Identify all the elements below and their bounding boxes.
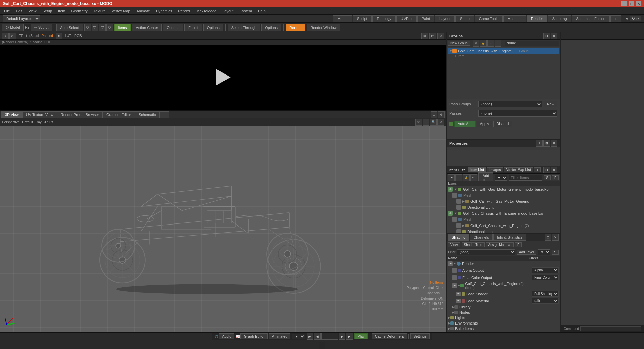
- falloff-btn[interactable]: Falloff: [184, 24, 202, 31]
- vp-tab-gradient[interactable]: Gradient Editor: [103, 111, 135, 118]
- item-tag-icon[interactable]: 🏷: [470, 174, 477, 181]
- item-row-mesh2[interactable]: Mesh: [451, 216, 560, 222]
- filter-s-btn[interactable]: S: [544, 175, 551, 180]
- vis-icon[interactable]: [456, 199, 461, 204]
- action-center-btn[interactable]: Action Center: [132, 24, 162, 31]
- shader-tree-btn[interactable]: Shader Tree: [462, 242, 485, 247]
- menu-dynamics[interactable]: Dynamics: [153, 8, 175, 14]
- menu-geometry[interactable]: Geometry: [69, 8, 90, 14]
- shader-vis[interactable]: 👁: [452, 283, 457, 288]
- command-input[interactable]: [580, 326, 641, 331]
- tab-paint[interactable]: Paint: [417, 15, 434, 22]
- groups-expand-icon[interactable]: ⊡: [543, 33, 550, 39]
- options2-btn[interactable]: Options: [203, 24, 223, 31]
- shader-row-lights[interactable]: ▶ Lights: [447, 315, 560, 320]
- alpha-dropdown[interactable]: Alpha: [532, 267, 559, 273]
- menu-edit[interactable]: Edit: [13, 8, 25, 14]
- vis-icon[interactable]: [456, 205, 461, 210]
- vis-icon[interactable]: [452, 193, 457, 198]
- menu-item[interactable]: Item: [55, 8, 68, 14]
- vp-tab-schematic[interactable]: Schematic: [135, 111, 159, 118]
- menu-view[interactable]: View: [26, 8, 39, 14]
- shader-vis[interactable]: [452, 268, 457, 273]
- groups-vis-icon[interactable]: 👁: [473, 40, 479, 47]
- add-item-dropdown[interactable]: ▼: [495, 175, 507, 181]
- tab-layout[interactable]: Layout: [435, 15, 455, 22]
- apply-btn[interactable]: Apply: [477, 121, 492, 127]
- s-btn[interactable]: S: [552, 250, 559, 255]
- vp-rotate-icon[interactable]: ⟳: [415, 119, 422, 126]
- groups-delete-icon[interactable]: ✕: [487, 40, 494, 47]
- graph-editor-btn[interactable]: Graph Editor: [240, 333, 267, 339]
- maximize-button[interactable]: □: [629, 1, 634, 6]
- vp-tab-uv[interactable]: UV Texture View: [22, 111, 57, 118]
- menu-animate[interactable]: Animate: [134, 8, 153, 14]
- minimize-button[interactable]: ─: [621, 1, 627, 6]
- prev-frame-btn[interactable]: ◀: [314, 333, 321, 340]
- menu-help[interactable]: Help: [255, 8, 268, 14]
- item-list-close-icon[interactable]: ✕: [551, 167, 557, 173]
- vis-icon[interactable]: [456, 223, 461, 228]
- shader-vis[interactable]: 👁: [456, 292, 461, 296]
- shader-row-final-color[interactable]: Final Color Output Final Color: [451, 274, 560, 281]
- settings-btn[interactable]: Settings: [410, 333, 430, 339]
- menu-texture[interactable]: Texture: [91, 8, 108, 14]
- options3-btn[interactable]: Options: [261, 24, 281, 31]
- tab-model[interactable]: Model: [333, 15, 352, 22]
- vertex-map-tab[interactable]: Vertex Map List: [504, 167, 533, 172]
- view-btn[interactable]: View: [448, 242, 460, 247]
- discard-btn[interactable]: Discard: [493, 121, 512, 127]
- shader-vis[interactable]: 👁: [456, 299, 461, 303]
- shader-vis[interactable]: [452, 275, 457, 280]
- play-label-btn[interactable]: Play: [354, 333, 367, 339]
- item-lock-icon[interactable]: 🔒: [463, 174, 470, 181]
- shield-icon-3[interactable]: 🛡: [99, 24, 106, 31]
- shader-row-render[interactable]: 👁 ▼ Render: [447, 261, 560, 267]
- item-row-scene1[interactable]: 👁 ▼ Golf_Car_with_Gas_Motor_Generic_modo…: [447, 186, 560, 192]
- item-list-add-tab[interactable]: +: [534, 167, 541, 172]
- shader-row-fx[interactable]: FX: [447, 331, 560, 332]
- vp-canvas[interactable]: No Items Polygons : Catmull-Clark Channe…: [0, 126, 446, 332]
- item-list-expand-icon[interactable]: ⊡: [543, 167, 550, 173]
- frame-input[interactable]: 0: [321, 333, 338, 340]
- timeline-track[interactable]: [408, 334, 409, 339]
- vis-icon[interactable]: 👁: [448, 211, 453, 216]
- final-color-dropdown[interactable]: Final Color: [532, 275, 559, 280]
- info-stats-tab[interactable]: Info & Statistics: [493, 234, 526, 241]
- item-row-light2[interactable]: Directional Light: [455, 229, 560, 233]
- cache-deformers-btn[interactable]: Cache Deformers: [372, 333, 407, 339]
- new-btn[interactable]: New: [544, 101, 557, 107]
- vis-icon[interactable]: [452, 217, 457, 222]
- vp-nav-icon[interactable]: ✛: [423, 119, 429, 126]
- base-shader-dropdown[interactable]: Full Shading: [532, 291, 559, 297]
- group-item-golf-cart[interactable]: ▼ Golf_Cart_Chassis_with_Engine (3) : Gr…: [448, 48, 559, 54]
- options-btn[interactable]: Options: [163, 24, 183, 31]
- shader-vis[interactable]: 👁: [448, 261, 453, 266]
- shader-row-base-shader[interactable]: 👁 Base Shader Full Shading: [455, 290, 560, 297]
- layout-dropdown[interactable]: Default Layouts: [3, 15, 40, 22]
- tab-setup[interactable]: Setup: [455, 15, 474, 22]
- properties-expand-icon[interactable]: ⊡: [543, 140, 550, 147]
- item-row-light1[interactable]: Directional Light: [455, 204, 560, 210]
- vp-expand-icon[interactable]: ⊡: [431, 111, 437, 118]
- shading-tab[interactable]: Shading: [448, 234, 469, 241]
- auto-select-btn[interactable]: Auto Select: [56, 24, 83, 31]
- animated-dropdown[interactable]: ▼: [292, 334, 305, 339]
- auto-add-btn[interactable]: Auto Add: [454, 121, 476, 127]
- groups-lock-icon[interactable]: 🔒: [480, 40, 487, 47]
- filter-select[interactable]: (none): [457, 249, 515, 255]
- only-btn[interactable]: Only: [630, 16, 641, 21]
- menu-vertex-map[interactable]: Vertex Map: [109, 8, 133, 14]
- item-row-group1[interactable]: ▶ Golf_Car_with_Gas_Motor_Generic: [455, 198, 560, 204]
- item-row-mesh1[interactable]: Mesh: [451, 192, 560, 198]
- tab-animate[interactable]: Animate: [503, 15, 526, 22]
- menu-maxtomodo[interactable]: MaxToModo: [194, 8, 219, 14]
- shader-row-bake[interactable]: ▶ Bake Items: [447, 326, 560, 331]
- groups-add-icon[interactable]: +: [495, 40, 501, 47]
- shield-icon-2[interactable]: 🛡: [92, 24, 98, 31]
- menu-layout[interactable]: Layout: [220, 8, 236, 14]
- menu-file[interactable]: File: [1, 8, 13, 14]
- tab-scripting[interactable]: Scripting: [548, 15, 571, 22]
- render-settings[interactable]: ⚙: [437, 33, 444, 39]
- select-through-btn[interactable]: Select Through: [228, 24, 260, 31]
